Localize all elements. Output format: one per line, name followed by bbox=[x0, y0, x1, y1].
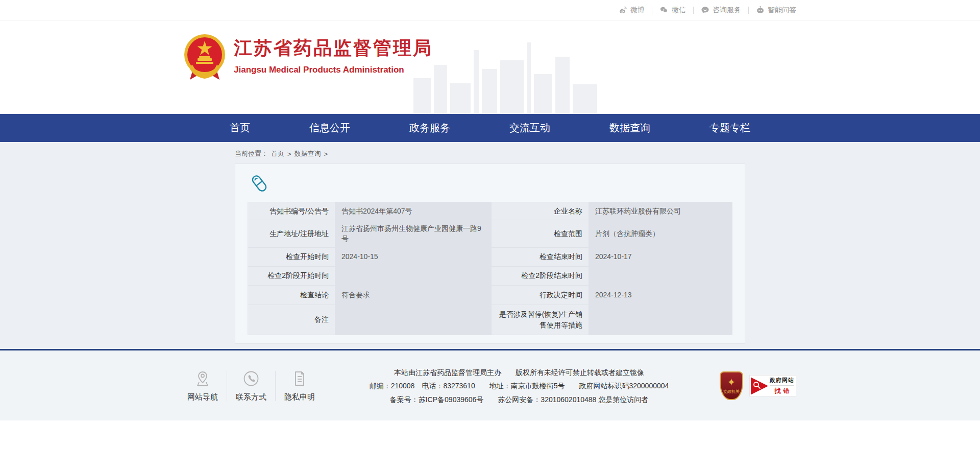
main-nav: 首页 信息公开 政务服务 交流互动 数据查询 专题专栏 bbox=[0, 114, 980, 142]
smart-qa-link[interactable]: 智能问答 bbox=[756, 6, 796, 15]
qa-robot-icon bbox=[756, 6, 765, 14]
site-map-label: 网站导航 bbox=[187, 392, 218, 402]
table-value bbox=[335, 267, 491, 285]
table-value: 2024-10-17 bbox=[589, 248, 734, 266]
footer-line-icp: 备案号：苏ICP备09039606号 苏公网安备：32010602010488 … bbox=[318, 393, 720, 407]
party-gov-badge-label: 党政机关 bbox=[723, 389, 740, 394]
table-label: 检查开始时间 bbox=[248, 248, 335, 266]
footer-info: 本站由江苏省药品监督管理局主办 版权所有未经许可禁止转载或者建立镜像 邮编：21… bbox=[318, 366, 720, 407]
table-value: 告知书2024年第407号 bbox=[335, 202, 491, 220]
breadcrumb: 当前位置： 首页 > 数据查询 > bbox=[184, 142, 796, 163]
table-value: 江苏联环药业股份有限公司 bbox=[589, 202, 734, 220]
nav-item-special-topics[interactable]: 专题专栏 bbox=[709, 121, 750, 135]
table-label: 备注 bbox=[248, 305, 335, 335]
party-gov-badge-icon: ✦ bbox=[727, 377, 736, 387]
wechat-icon bbox=[659, 6, 669, 14]
table-value: 江苏省扬州市扬州生物健康产业园健康一路9号 bbox=[335, 220, 491, 247]
nav-item-data-query[interactable]: 数据查询 bbox=[609, 121, 650, 135]
national-emblem bbox=[184, 34, 226, 84]
consult-service-link[interactable]: 咨询服务 bbox=[701, 6, 741, 15]
table-value: 片剂（含抗肿瘤类） bbox=[589, 220, 734, 247]
map-pin-icon bbox=[194, 370, 211, 387]
table-label: 是否涉及暂停(恢复)生产销售使用等措施 bbox=[492, 305, 589, 335]
privacy-doc-icon bbox=[291, 370, 308, 387]
inspection-detail-card: 告知书编号/公告号 告知书2024年第407号 企业名称 江苏联环药业股份有限公… bbox=[235, 163, 745, 344]
contact-link[interactable]: 联系方式 bbox=[232, 370, 270, 402]
table-label: 检查2阶段结束时间 bbox=[492, 267, 589, 285]
nav-item-gov-services[interactable]: 政务服务 bbox=[409, 121, 450, 135]
footer-line-contact: 邮编：210008 电话：83273610 地址：南京市鼓楼街5号 政府网站标识… bbox=[318, 379, 720, 393]
table-label: 告知书编号/公告号 bbox=[248, 202, 335, 220]
breadcrumb-prefix: 当前位置： bbox=[235, 149, 268, 158]
magnifier-icon bbox=[752, 381, 762, 390]
table-label: 生产地址/注册地址 bbox=[248, 220, 335, 247]
site-map-link[interactable]: 网站导航 bbox=[184, 370, 222, 402]
error-report-subtitle: 找错 bbox=[772, 387, 792, 395]
nav-item-interaction[interactable]: 交流互动 bbox=[509, 121, 550, 135]
site-subtitle: Jiangsu Medical Products Administration bbox=[234, 65, 433, 75]
wechat-link[interactable]: 微信 bbox=[659, 6, 686, 15]
nav-item-info-disclosure[interactable]: 信息公开 bbox=[309, 121, 350, 135]
smart-qa-label: 智能问答 bbox=[768, 6, 796, 15]
table-value: 2024-12-13 bbox=[589, 286, 734, 305]
topbar-divider bbox=[748, 7, 749, 14]
table-label: 检查2阶段开始时间 bbox=[248, 267, 335, 285]
consult-icon bbox=[701, 6, 709, 14]
top-utility-bar: 微博 微信 咨询服务 bbox=[0, 0, 980, 20]
inspection-table: 告知书编号/公告号 告知书2024年第407号 企业名称 江苏联环药业股份有限公… bbox=[248, 202, 732, 335]
table-value bbox=[589, 305, 734, 335]
weibo-label: 微博 bbox=[630, 6, 645, 15]
breadcrumb-link-home[interactable]: 首页 bbox=[271, 149, 284, 158]
city-skyline bbox=[413, 37, 597, 114]
footer-divider bbox=[227, 371, 227, 401]
party-gov-badge[interactable]: ✦ 党政机关 bbox=[720, 371, 743, 400]
table-label: 行政决定时间 bbox=[492, 286, 589, 305]
table-label: 检查结束时间 bbox=[492, 248, 589, 266]
table-value bbox=[589, 267, 734, 285]
content-area: 当前位置： 首页 > 数据查询 > bbox=[0, 142, 980, 349]
table-label: 企业名称 bbox=[492, 202, 589, 220]
table-value bbox=[335, 305, 491, 335]
table-label: 检查范围 bbox=[492, 220, 589, 247]
page: 微博 微信 咨询服务 bbox=[0, 0, 980, 468]
topbar-divider bbox=[652, 7, 652, 14]
table-label: 检查结论 bbox=[248, 286, 335, 305]
site-title: 江苏省药品监督管理局 bbox=[234, 36, 433, 61]
privacy-label: 隐私申明 bbox=[284, 392, 315, 402]
footer-links: 网站导航 联系方式 bbox=[184, 370, 318, 402]
table-value: 符合要求 bbox=[335, 286, 491, 305]
footer-badges: ✦ 党政机关 政府网站 找错 bbox=[720, 371, 796, 400]
pill-icon bbox=[251, 174, 268, 193]
consult-service-label: 咨询服务 bbox=[713, 6, 741, 15]
table-value: 2024-10-15 bbox=[335, 248, 491, 266]
footer-line-host: 本站由江苏省药品监督管理局主办 版权所有未经许可禁止转载或者建立镜像 bbox=[318, 366, 720, 380]
privacy-link[interactable]: 隐私申明 bbox=[281, 370, 318, 402]
site-footer: 网站导航 联系方式 bbox=[0, 350, 980, 421]
bottom-white-gap bbox=[0, 420, 980, 468]
phone-icon bbox=[242, 370, 260, 387]
contact-label: 联系方式 bbox=[236, 392, 266, 402]
nav-item-home[interactable]: 首页 bbox=[230, 121, 250, 135]
weibo-link[interactable]: 微博 bbox=[619, 6, 645, 15]
footer-divider bbox=[275, 371, 276, 401]
breadcrumb-separator: > bbox=[287, 150, 291, 158]
site-header: 江苏省药品监督管理局 Jiangsu Medical Products Admi… bbox=[0, 20, 980, 114]
breadcrumb-separator: > bbox=[324, 150, 328, 158]
breadcrumb-link-data-query[interactable]: 数据查询 bbox=[295, 149, 321, 158]
weibo-icon bbox=[619, 6, 627, 14]
wechat-label: 微信 bbox=[672, 6, 686, 15]
gov-site-error-report-badge[interactable]: 政府网站 找错 bbox=[749, 375, 796, 396]
topbar-divider bbox=[693, 7, 694, 14]
error-report-title: 政府网站 bbox=[770, 377, 794, 386]
error-report-flag bbox=[751, 377, 768, 394]
